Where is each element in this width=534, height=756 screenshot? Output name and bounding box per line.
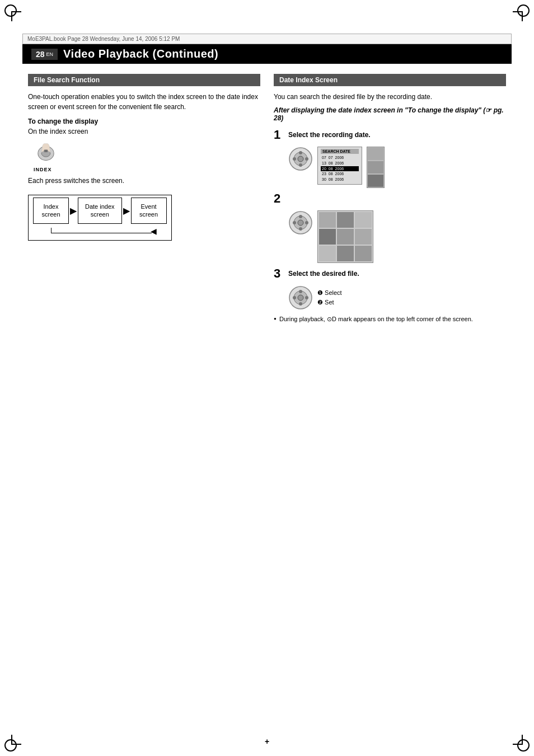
svg-point-21	[299, 290, 302, 293]
sd-row-5: 30082006	[321, 177, 359, 182]
thumb-2-8	[337, 246, 354, 261]
select-set-labels: ❶ Select ❷ Set	[317, 289, 342, 306]
step-3-dial-icon	[288, 285, 313, 310]
step-2-dial-icon	[288, 210, 313, 235]
flow-box-date-index: Date index screen	[78, 198, 122, 224]
thumb-strip-1	[368, 148, 383, 160]
sd-row-1: 07072006	[321, 155, 359, 161]
step-1-header: 1 Select the recording date.	[274, 129, 506, 141]
step-2-thumb-grid	[317, 210, 373, 263]
page-header: 28 EN Video Playback (Continued)	[22, 44, 512, 64]
search-date-title: SEARCH DATE	[321, 149, 359, 154]
flow-box-index: Index screen	[33, 198, 69, 224]
step-3-header: 3 Select the desired file.	[274, 267, 506, 280]
left-section-heading: File Search Function	[28, 74, 260, 86]
flow-diagram: Index screen ▶ Date index screen ▶ Event…	[28, 195, 172, 241]
svg-point-16	[293, 221, 296, 224]
thumb-2-5	[337, 229, 354, 245]
step-3-number: 3	[274, 267, 284, 280]
flow-arrow-1: ▶	[70, 205, 77, 216]
sd-row-2: 13082006	[321, 161, 359, 166]
right-section-heading: Date Index Screen	[274, 74, 506, 86]
flow-box-event: Event screen	[131, 198, 167, 224]
svg-point-20	[298, 295, 303, 300]
thumb-strip-2	[368, 161, 383, 173]
sub-heading-index: On the index screen	[28, 128, 260, 135]
sd-row-4: 23082006	[321, 171, 359, 177]
svg-rect-3	[45, 151, 48, 152]
search-date-table: SEARCH DATE 07072006 13082006 20082006 2…	[317, 147, 362, 185]
select-label: ❶ Select	[317, 289, 342, 297]
step-1-number: 1	[274, 129, 284, 141]
left-intro-text: One-touch operation enables you to switc…	[28, 92, 260, 112]
step-1-content: SEARCH DATE 07072006 13082006 20082006 2…	[288, 147, 506, 188]
left-column: File Search Function One-touch operation…	[28, 74, 260, 324]
meta-bar: MoE3PAL.book Page 28 Wednesday, June 14,…	[22, 34, 512, 44]
thumb-strip-3	[368, 175, 383, 187]
thumb-2-1	[319, 212, 336, 228]
step-2-content	[288, 210, 506, 263]
svg-point-9	[293, 157, 296, 161]
page-number-suffix: EN	[46, 51, 54, 57]
svg-point-7	[299, 151, 302, 154]
thumb-2-4	[319, 229, 336, 245]
press-text: Each press switches the screen.	[28, 176, 260, 186]
svg-point-15	[299, 227, 302, 231]
step-2-number: 2	[274, 192, 284, 205]
index-button-area: INDEX	[34, 141, 260, 172]
index-label: INDEX	[34, 167, 52, 172]
sd-row-3-selected: 20082006	[321, 166, 359, 172]
step-1-thumb-strip	[367, 147, 385, 188]
thumb-2-3	[355, 212, 372, 228]
meta-text: MoE3PAL.book Page 28 Wednesday, June 14,…	[27, 36, 180, 42]
page-number-box: 28 EN	[31, 49, 58, 60]
svg-point-17	[305, 221, 308, 224]
right-intro-text: You can search the desired file by the r…	[274, 92, 506, 102]
svg-point-8	[299, 163, 302, 167]
page-number: 28	[36, 50, 45, 59]
bullet-item: During playback, ⊙D mark appears on the …	[274, 314, 506, 324]
index-button-icon	[34, 141, 58, 166]
sub-heading-display: To change the display	[28, 118, 260, 125]
thumb-2-9	[355, 246, 372, 261]
svg-point-13	[298, 220, 303, 226]
flow-arrow-2: ▶	[123, 205, 130, 216]
set-label: ❷ Set	[317, 299, 342, 306]
svg-point-10	[305, 157, 308, 161]
step-2-header: 2	[274, 192, 506, 205]
svg-point-6	[298, 156, 303, 162]
svg-point-24	[305, 296, 308, 299]
svg-point-22	[299, 302, 302, 306]
thumb-2-2	[337, 212, 354, 228]
bold-instruction: After displaying the date index screen i…	[274, 106, 506, 122]
step-1-label: Select the recording date.	[288, 129, 506, 139]
step-1-dial-icon	[288, 147, 313, 171]
svg-point-23	[293, 296, 296, 299]
right-column: Date Index Screen You can search the des…	[274, 74, 506, 324]
svg-point-14	[299, 215, 302, 218]
thumb-2-6	[355, 229, 372, 245]
thumb-2-7	[319, 246, 336, 261]
page-title: Video Playback (Continued)	[63, 48, 218, 60]
content-area: File Search Function One-touch operation…	[22, 74, 512, 324]
page-outer: MoE3PAL.book Page 28 Wednesday, June 14,…	[0, 0, 534, 756]
step-3-label: Select the desired file.	[288, 267, 506, 278]
step-3-content: ❶ Select ❷ Set	[288, 285, 506, 310]
